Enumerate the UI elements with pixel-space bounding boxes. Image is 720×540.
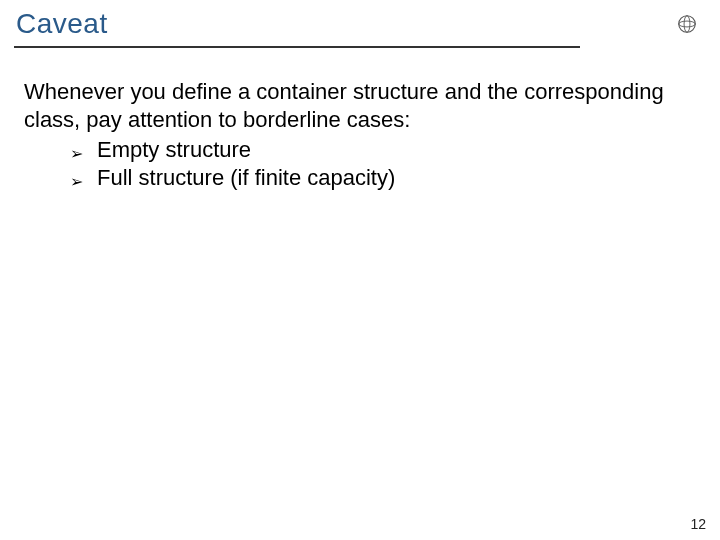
list-item-label: Empty structure xyxy=(97,136,251,164)
slide-title: Caveat xyxy=(16,8,108,40)
svg-point-0 xyxy=(679,16,696,33)
list-item: ➢ Empty structure xyxy=(70,136,680,164)
title-row: Caveat xyxy=(16,8,704,40)
list-item: ➢ Full structure (if finite capacity) xyxy=(70,164,680,192)
bullet-list: ➢ Empty structure ➢ Full structure (if f… xyxy=(24,136,680,192)
svg-point-1 xyxy=(679,21,696,27)
list-item-label: Full structure (if finite capacity) xyxy=(97,164,395,192)
title-underline xyxy=(14,46,580,48)
intro-paragraph: Whenever you define a container structur… xyxy=(24,78,680,134)
chevron-right-icon: ➢ xyxy=(70,146,83,162)
sphere-logo-icon xyxy=(676,13,698,35)
chevron-right-icon: ➢ xyxy=(70,174,83,190)
svg-point-2 xyxy=(684,16,690,33)
body-text: Whenever you define a container structur… xyxy=(24,78,680,193)
page-number: 12 xyxy=(690,516,706,532)
slide: Caveat Whenever you define a container s… xyxy=(0,0,720,540)
